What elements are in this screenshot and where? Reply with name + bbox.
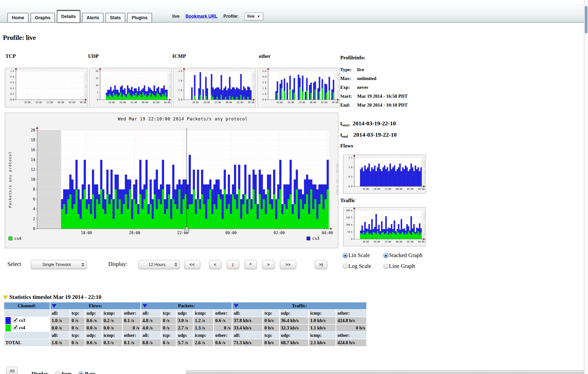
column-group-header-traffic[interactable]: Traffic:	[232, 302, 366, 309]
svg-text:2: 2	[33, 217, 35, 221]
cell-total-4: 0.1 /s	[123, 339, 140, 346]
svg-text:18:00: 18:00	[108, 101, 115, 104]
tstart-t: t	[340, 120, 342, 127]
tcp-chart: 0.00.20.40.60.81.018:0020:0022:0000:0002…	[5, 68, 87, 107]
display-range-select[interactable]: 12 Hours	[139, 260, 180, 269]
main-chart[interactable]: Wed Mar 19 22:10:00 2014 Packets/s any p…	[5, 113, 338, 248]
sum-radio[interactable]	[55, 371, 60, 374]
cell-cs3-6: 0 /s	[162, 317, 176, 324]
nav-first-button[interactable]: <<	[184, 260, 200, 269]
profileinfo-max-value: unlimited	[357, 76, 376, 81]
nav-forward-button[interactable]: >>	[280, 260, 296, 269]
vertical-scrollbar[interactable]	[584, 0, 588, 374]
profile-dropdown[interactable]: live ▼	[245, 13, 263, 20]
svg-text:02:00: 02:00	[407, 188, 414, 190]
flows-chart-title: Flows	[340, 143, 353, 149]
svg-text:1.5: 1.5	[349, 157, 352, 159]
icmp-chart: 0.01.02.03.018:0020:0022:0000:0002:0004:…	[173, 68, 255, 107]
profileinfo-start-key: Start:	[340, 94, 356, 99]
bookmark-url-link[interactable]: Bookmark URL	[186, 14, 217, 19]
svg-text:18:00: 18:00	[192, 101, 199, 104]
column-group-header-flows[interactable]: Flows:	[50, 302, 140, 309]
nav-up-button[interactable]: ^	[245, 260, 257, 269]
svg-text:00:00: 00:00	[226, 101, 232, 104]
collapse-arrow-icon[interactable]	[3, 295, 8, 299]
cell-cs3-12: 36.4 kb/s	[280, 317, 308, 324]
cell-cs4-11: 0 b/s	[263, 325, 279, 331]
subheader-all: all:	[50, 332, 70, 339]
all-button[interactable]: All	[6, 367, 18, 374]
nav-prev-button[interactable]: <	[209, 260, 221, 269]
cell-cs3-8: 1.2 /s	[194, 317, 213, 324]
rate-radio[interactable]	[78, 371, 84, 374]
svg-text:16: 16	[31, 148, 35, 152]
sort-arrow-icon[interactable]	[143, 304, 147, 308]
subheader-other: other:	[336, 332, 366, 339]
select-stepper-icon	[82, 263, 84, 266]
svg-text:04:00: 04:00	[418, 241, 425, 243]
lin-scale-option: Lin Scale	[343, 252, 370, 259]
tab-alerts[interactable]: Alerts	[82, 13, 104, 23]
nav-next-button[interactable]: >	[262, 260, 275, 269]
svg-text:02:00: 02:00	[69, 101, 75, 104]
nav-last-button[interactable]: >|	[315, 260, 327, 269]
subheader-icmp: icmp:	[194, 310, 213, 317]
svg-text:6: 6	[33, 197, 35, 201]
cs4-checkbox[interactable]	[13, 325, 17, 330]
scrollbar-thumb[interactable]	[585, 6, 588, 33]
svg-text:00:00: 00:00	[396, 241, 402, 243]
subheader-tcp: tcp:	[162, 310, 176, 317]
cell-cs3-13: 1.0 kb/s	[309, 317, 336, 324]
nav-tabs: Home Graphs Details Alerts Stats Plugins	[7, 10, 154, 23]
cell-total-0: 1.0 /s	[50, 339, 70, 346]
cs3-checkbox[interactable]	[13, 318, 17, 323]
profileinfo-end-key: End:	[340, 102, 356, 108]
timeslot-select[interactable]: Single Timeslot	[31, 260, 87, 269]
column-group-header-channel: Channel:	[4, 302, 50, 309]
svg-text:RRDTOOL / TOBI OETIKER: RRDTOOL / TOBI OETIKER	[253, 74, 255, 97]
stacked-graph-radio[interactable]	[383, 253, 388, 258]
svg-text:20:00: 20:00	[35, 101, 42, 104]
svg-text:22:00: 22:00	[299, 101, 305, 104]
tend-t: t	[340, 131, 342, 138]
svg-text:100 k: 100 k	[346, 224, 352, 226]
sort-arrow-icon[interactable]	[234, 304, 238, 308]
line-graph-label: Line Graph	[389, 263, 415, 269]
svg-text:150 k: 150 k	[346, 216, 352, 219]
column-group-header-packets[interactable]: Packets:	[141, 302, 232, 309]
svg-text:0.0: 0.0	[349, 185, 352, 188]
channel-label-cs3: cs3	[4, 317, 50, 324]
cs3-color-swatch	[5, 317, 11, 324]
cell-cs4-0: 0.0 /s	[50, 325, 70, 331]
tab-details[interactable]: Details	[57, 10, 80, 23]
tab-home[interactable]: Home	[7, 13, 29, 23]
tab-plugins[interactable]: Plugins	[127, 13, 152, 23]
nav-now-button[interactable]: |	[227, 260, 239, 269]
svg-text:20:00: 20:00	[374, 188, 380, 190]
tcp-chart-title: TCP	[5, 53, 16, 59]
current-profile-text: live	[172, 14, 180, 19]
cell-total-3: 0.3 /s	[102, 339, 122, 346]
svg-text:04:00: 04:00	[80, 101, 86, 104]
svg-text:04:00: 04:00	[322, 231, 333, 235]
tab-graphs[interactable]: Graphs	[31, 13, 55, 23]
line-graph-radio[interactable]	[383, 264, 388, 269]
svg-text:10: 10	[96, 84, 98, 87]
svg-text:00:00: 00:00	[142, 101, 148, 104]
log-scale-radio[interactable]	[343, 264, 348, 269]
svg-text:0: 0	[97, 98, 98, 101]
cell-total-13: 2.1 kb/s	[309, 339, 336, 346]
sort-arrow-icon[interactable]	[52, 304, 56, 308]
svg-text:18:00: 18:00	[24, 101, 31, 104]
svg-text:RRDTOOL / TOBI OETIKER: RRDTOOL / TOBI OETIKER	[336, 164, 338, 195]
cell-cs4-2: 0.0 /s	[85, 325, 102, 331]
subheader-udp: udp:	[177, 310, 193, 317]
profileinfo-end-row: End: Mar 20 2014 - 10:10 PDT	[340, 102, 408, 108]
subheader-icmp: icmp:	[309, 332, 336, 339]
svg-text:00:00: 00:00	[225, 231, 236, 235]
tab-stats[interactable]: Stats	[106, 13, 125, 23]
svg-text:RRDTOOL / TOBI OETIKER: RRDTOOL / TOBI OETIKER	[337, 74, 339, 97]
cell-cs4-9: 0 /s	[214, 325, 232, 331]
lin-scale-radio[interactable]	[343, 253, 348, 258]
cell-total-5: 8.8 /s	[141, 339, 161, 346]
